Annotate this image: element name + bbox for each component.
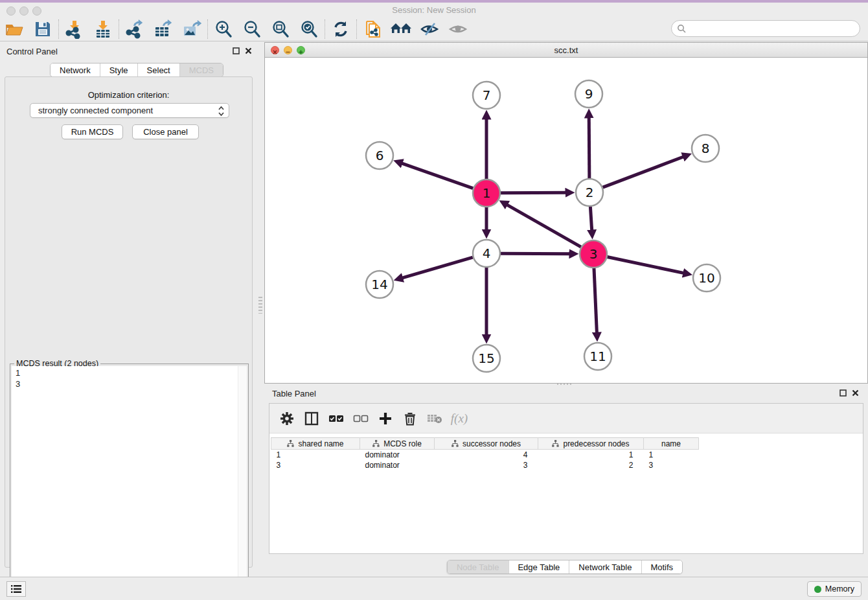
tab-network-table[interactable]: Network Table [569, 560, 641, 573]
graph-edge-3-10[interactable] [608, 257, 686, 274]
column-header-name[interactable]: name [644, 438, 699, 450]
graph-edge-4-3[interactable] [501, 253, 572, 254]
memory-button[interactable]: Memory [807, 581, 862, 597]
show-eye-icon [448, 19, 468, 39]
cell-successor-nodes[interactable]: 3 [435, 460, 538, 470]
graph-edge-3-1[interactable] [505, 203, 581, 247]
save-icon [34, 20, 52, 38]
save-session-button[interactable] [29, 19, 57, 40]
show-columns-button[interactable] [299, 407, 324, 430]
import-table-button[interactable] [89, 19, 117, 40]
graph-node-label-15: 15 [478, 351, 494, 366]
run-mcds-button[interactable]: Run MCDS [62, 124, 123, 139]
fx-icon: f(x) [451, 411, 468, 426]
float-panel-icon[interactable] [233, 47, 240, 54]
column-header-shared-name[interactable]: shared name [271, 438, 360, 450]
add-column-button[interactable] [373, 407, 398, 430]
column-type-icon [451, 440, 459, 447]
tab-edge-table[interactable]: Edge Table [508, 560, 569, 573]
column-header-mcds-role[interactable]: MCDS role [360, 438, 435, 450]
tab-select[interactable]: Select [137, 63, 179, 76]
table-row[interactable]: 3 dominator 3 2 3 [271, 460, 699, 470]
graph-node-label-1: 1 [483, 185, 491, 201]
column-type-icon [552, 440, 559, 447]
deselect-all-rows-button[interactable] [348, 407, 373, 430]
network-graph[interactable]: 1234678910111415 [265, 58, 867, 383]
mcds-panel: Optimization criterion: strongly connect… [5, 76, 253, 568]
optimization-criterion-label: Optimization criterion: [5, 90, 252, 100]
network-window-titlebar[interactable]: scc.txt [265, 43, 867, 58]
delete-table-icon [427, 413, 442, 424]
cell-name[interactable]: 3 [644, 460, 699, 470]
refresh-button[interactable] [326, 19, 355, 40]
session-title: Session: New Session [0, 5, 868, 15]
export-table-icon [153, 19, 174, 39]
column-header-predecessor-nodes[interactable]: predecessor nodes [538, 438, 644, 450]
zoom-in-button[interactable] [209, 19, 238, 40]
criterion-select[interactable]: strongly connected component [30, 103, 229, 118]
export-image-button[interactable] [177, 19, 206, 40]
vertical-splitter-grip[interactable] [258, 297, 262, 314]
export-network-button[interactable] [120, 19, 149, 40]
search-input[interactable] [689, 24, 860, 34]
cell-mcds-role[interactable]: dominator [360, 450, 435, 460]
cell-predecessor-nodes[interactable]: 2 [538, 460, 644, 470]
graph-edge-2-3[interactable] [590, 207, 592, 233]
mcds-result-group: MCDS result (2 nodes) 1 3 [10, 363, 249, 600]
zoom-fit-icon [271, 19, 290, 39]
toggle-panels-button[interactable] [6, 581, 26, 597]
graph-edge-1-6[interactable] [400, 163, 473, 189]
refresh-icon [332, 20, 350, 38]
cell-successor-nodes[interactable]: 4 [435, 450, 538, 460]
export-image-icon [181, 19, 202, 39]
graph-node-label-3: 3 [589, 246, 598, 262]
cell-name[interactable]: 1 [644, 450, 699, 460]
graph-edge-1-2[interactable] [501, 192, 568, 193]
zoom-fit-button[interactable] [266, 19, 295, 40]
table-settings-button[interactable] [275, 407, 299, 430]
column-header-successor-nodes[interactable]: successor nodes [435, 438, 538, 450]
control-panel: Control Panel Network Style Select MCDS … [0, 42, 257, 577]
tab-network[interactable]: Network [51, 63, 100, 76]
zoom-selected-button[interactable] [295, 19, 323, 40]
first-neighbors-button[interactable] [387, 19, 415, 40]
mcds-result-text[interactable]: 1 3 [12, 366, 238, 600]
table-row[interactable]: 1 dominator 4 1 1 [271, 450, 699, 460]
graph-edge-3-11[interactable] [594, 268, 597, 335]
node-table: shared name MCDS role successor nodes pr… [271, 437, 699, 470]
search-field[interactable] [671, 20, 860, 37]
delete-table-button[interactable] [422, 407, 447, 430]
trash-icon [404, 411, 417, 426]
cell-shared-name[interactable]: 3 [271, 460, 360, 470]
tab-node-table[interactable]: Node Table [448, 560, 508, 573]
show-all-button[interactable] [444, 19, 472, 40]
table-panel: Table Panel [262, 387, 868, 577]
cell-predecessor-nodes[interactable]: 1 [538, 450, 644, 460]
float-table-panel-icon[interactable] [839, 389, 847, 397]
tab-style[interactable]: Style [100, 63, 137, 76]
delete-column-button[interactable] [398, 407, 422, 430]
duplicate-network-button[interactable] [358, 19, 387, 40]
mcds-result-scrollbar[interactable] [238, 366, 247, 600]
plus-icon [378, 411, 393, 426]
function-builder-button[interactable]: f(x) [447, 407, 472, 430]
hide-selected-button[interactable] [415, 19, 444, 40]
tab-mcds[interactable]: MCDS [179, 63, 223, 76]
cell-mcds-role[interactable]: dominator [360, 460, 435, 470]
graph-edge-2-8[interactable] [603, 156, 686, 187]
export-table-button[interactable] [149, 19, 177, 40]
select-all-rows-button[interactable] [324, 407, 348, 430]
open-session-button[interactable] [0, 19, 29, 40]
toolbar-separator [119, 19, 119, 39]
close-table-panel-icon[interactable] [852, 389, 859, 397]
close-panel-icon[interactable] [245, 47, 252, 54]
close-panel-button[interactable]: Close panel [132, 124, 199, 139]
cell-shared-name[interactable]: 1 [271, 450, 360, 460]
zoom-out-button[interactable] [238, 19, 266, 40]
graph-edge-4-14[interactable] [400, 257, 473, 279]
tab-motifs[interactable]: Motifs [641, 560, 682, 573]
toolbar-separator [325, 19, 325, 39]
graph-node-label-8: 8 [702, 141, 710, 156]
import-network-button[interactable] [60, 19, 89, 40]
graph-edge-2-9[interactable] [589, 115, 589, 178]
